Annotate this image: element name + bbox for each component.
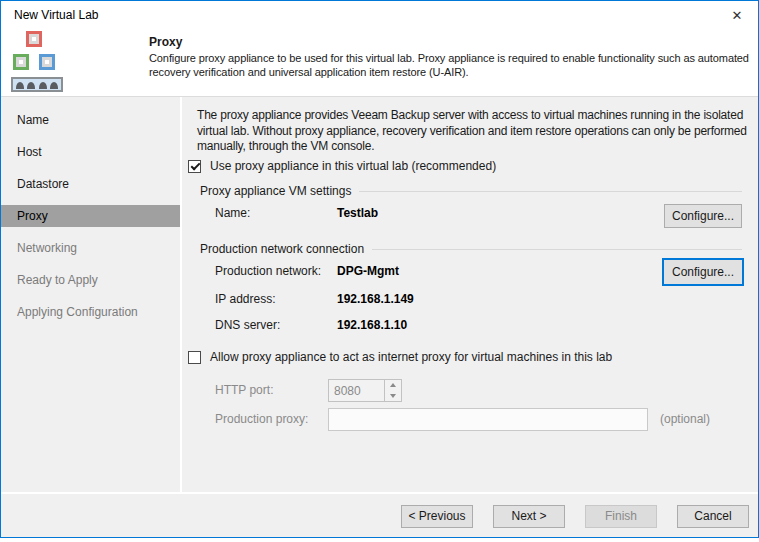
next-button[interactable]: Next > (493, 505, 565, 528)
production-proxy-input[interactable] (328, 408, 648, 431)
network-group-header: Production network connection (200, 242, 742, 256)
green-vm-square-icon (13, 54, 29, 70)
ip-address-label: IP address: (215, 292, 275, 306)
http-port-label: HTTP port: (215, 383, 273, 397)
sidebar-item-applying-configuration: Applying Configuration (1, 301, 180, 323)
sidebar-item-datastore[interactable]: Datastore (1, 173, 180, 195)
window-title: New Virtual Lab (14, 8, 99, 22)
configure-network-button[interactable]: Configure... (662, 258, 744, 286)
vm-name-value: Testlab (337, 206, 378, 220)
production-network-value: DPG-Mgmt (337, 264, 399, 278)
spin-up-icon[interactable] (385, 380, 401, 391)
blue-vm-square-icon (39, 54, 55, 70)
configure-vm-button[interactable]: Configure... (664, 204, 742, 228)
vm-settings-group-title: Proxy appliance VM settings (200, 184, 351, 198)
wizard-footer: < Previous Next > Finish Cancel (1, 492, 758, 538)
internet-proxy-checkbox-label[interactable]: Allow proxy appliance to act as internet… (210, 350, 612, 364)
optional-hint: (optional) (660, 412, 710, 426)
vm-name-label: Name: (215, 206, 250, 220)
sidebar-item-ready-to-apply: Ready to Apply (1, 269, 180, 291)
use-proxy-checkbox-row: Use proxy appliance in this virtual lab … (188, 159, 496, 173)
spin-down-icon[interactable] (385, 391, 401, 402)
step-content: The proxy appliance provides Veeam Backu… (182, 97, 758, 492)
step-description: Configure proxy appliance to be used for… (149, 51, 757, 79)
use-proxy-checkbox[interactable] (188, 160, 201, 173)
internet-proxy-checkbox-row: Allow proxy appliance to act as internet… (188, 350, 612, 364)
finish-button: Finish (585, 505, 657, 528)
wizard-steps-sidebar: Name Host Datastore Proxy Networking Rea… (1, 97, 182, 492)
group-divider (359, 191, 742, 192)
ip-address-value: 192.168.1.149 (337, 292, 414, 306)
internet-proxy-checkbox[interactable] (188, 351, 201, 364)
sidebar-item-host[interactable]: Host (1, 141, 180, 163)
production-proxy-label: Production proxy: (215, 412, 308, 426)
group-divider (372, 249, 742, 250)
cancel-button[interactable]: Cancel (677, 505, 749, 528)
new-virtual-lab-dialog: New Virtual Lab ✕ Proxy Configure proxy … (0, 0, 759, 538)
sidebar-item-name[interactable]: Name (1, 109, 180, 131)
step-title: Proxy (149, 35, 182, 49)
network-hub-icon (11, 77, 63, 92)
virtual-lab-icon (11, 30, 65, 94)
http-port-value: 8080 (329, 380, 384, 401)
sidebar-item-proxy[interactable]: Proxy (1, 205, 180, 227)
use-proxy-checkbox-label[interactable]: Use proxy appliance in this virtual lab … (210, 159, 496, 173)
network-group-title: Production network connection (200, 242, 364, 256)
red-vm-square-icon (26, 31, 42, 47)
close-icon[interactable]: ✕ (716, 1, 758, 29)
spinner-buttons (384, 380, 401, 401)
wizard-header: Proxy Configure proxy appliance to be us… (1, 29, 758, 96)
vm-settings-group-header: Proxy appliance VM settings (200, 184, 742, 198)
previous-button[interactable]: < Previous (401, 505, 473, 528)
proxy-intro-text: The proxy appliance provides Veeam Backu… (197, 108, 757, 155)
dns-server-label: DNS server: (215, 318, 280, 332)
sidebar-item-networking: Networking (1, 237, 180, 259)
title-bar: New Virtual Lab ✕ (1, 1, 758, 29)
http-port-spinner: 8080 (328, 379, 402, 402)
dns-server-value: 192.168.1.10 (337, 318, 407, 332)
production-network-label: Production network: (215, 264, 321, 278)
